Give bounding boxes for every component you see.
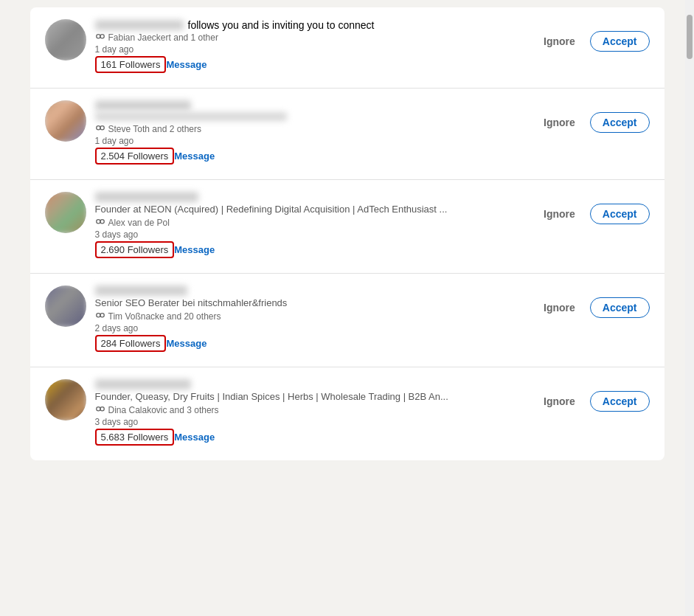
name-row xyxy=(95,192,524,202)
svg-point-9 xyxy=(100,407,104,411)
svg-point-0 xyxy=(96,35,100,38)
subtitle-text: Founder, Queasy, Dry Fruits | Indian Spi… xyxy=(95,391,464,402)
avatar xyxy=(45,100,86,142)
name-blurred xyxy=(95,20,184,30)
mutual-text: Tim Voßnacke and 20 others xyxy=(108,311,221,322)
mutual-row: Fabian Jaeckert and 1 other xyxy=(95,32,524,43)
message-link[interactable]: Message xyxy=(174,150,215,162)
ignore-button[interactable]: Ignore xyxy=(538,391,581,412)
scrollbar-area[interactable] xyxy=(685,0,694,468)
invitation-item: follows you and is inviting you to conne… xyxy=(30,7,664,89)
ignore-button[interactable]: Ignore xyxy=(538,112,581,133)
actions-container: IgnoreAccept xyxy=(538,19,649,52)
svg-point-5 xyxy=(100,220,104,224)
name-blurred xyxy=(95,100,191,111)
avatar xyxy=(45,285,86,327)
accept-button[interactable]: Accept xyxy=(590,391,650,412)
mutual-connections-icon xyxy=(95,32,105,43)
mutual-connections-icon xyxy=(95,311,105,322)
time-text: 3 days ago xyxy=(95,229,524,240)
mutual-text: Steve Toth and 2 others xyxy=(108,124,202,134)
info-container: Founder, Queasy, Dry Fruits | Indian Spi… xyxy=(95,379,524,449)
name-row: follows you and is inviting you to conne… xyxy=(95,19,524,31)
ignore-button[interactable]: Ignore xyxy=(538,31,581,52)
name-blurred xyxy=(95,285,187,296)
svg-point-1 xyxy=(100,35,104,38)
svg-point-7 xyxy=(100,314,104,317)
ignore-button[interactable]: Ignore xyxy=(538,204,581,224)
avatar xyxy=(45,379,86,421)
accept-button[interactable]: Accept xyxy=(590,204,650,224)
info-container: Senior SEO Berater bei nitschmahler&frie… xyxy=(95,285,524,355)
accept-button[interactable]: Accept xyxy=(590,31,650,52)
accept-button[interactable]: Accept xyxy=(590,112,650,133)
mutual-row: Alex van de Pol xyxy=(95,218,524,228)
mutual-text: Alex van de Pol xyxy=(108,218,170,228)
info-container: Founder at NEON (Acquired) | Redefining … xyxy=(95,192,524,261)
followers-badge: 2.504 Followers xyxy=(95,148,175,165)
mutual-text: Fabian Jaeckert and 1 other xyxy=(108,32,218,43)
avatar xyxy=(45,19,86,60)
name-row xyxy=(95,100,524,111)
info-container: follows you and is inviting you to conne… xyxy=(95,19,524,76)
svg-point-6 xyxy=(96,314,100,317)
mutual-row: Tim Voßnacke and 20 others xyxy=(95,311,524,322)
mutual-row: Dina Calakovic and 3 others xyxy=(95,405,524,415)
invitation-item: Founder, Queasy, Dry Fruits | Indian Spi… xyxy=(30,367,664,460)
message-link[interactable]: Message xyxy=(174,244,215,255)
message-link[interactable]: Message xyxy=(174,432,215,443)
name-blurred xyxy=(95,192,198,202)
subtitle-blurred xyxy=(95,112,287,121)
mutual-connections-icon xyxy=(95,124,105,134)
ignore-button[interactable]: Ignore xyxy=(538,297,581,318)
followers-badge: 161 Followers xyxy=(95,56,167,73)
actions-container: IgnoreAccept xyxy=(538,100,649,133)
time-text: 2 days ago xyxy=(95,323,524,333)
time-text: 3 days ago xyxy=(95,417,524,427)
actions-container: IgnoreAccept xyxy=(538,192,649,224)
avatar xyxy=(45,192,86,233)
name-blurred xyxy=(95,379,191,390)
svg-point-2 xyxy=(96,126,100,130)
invite-text: follows you and is inviting you to conne… xyxy=(188,19,375,31)
followers-badge: 2.690 Followers xyxy=(95,241,175,258)
mutual-connections-icon xyxy=(95,218,105,228)
svg-point-8 xyxy=(96,407,100,411)
svg-point-4 xyxy=(96,220,100,224)
followers-badge: 5.683 Followers xyxy=(95,429,175,446)
mutual-text: Dina Calakovic and 3 others xyxy=(108,405,219,415)
invitation-list: follows you and is inviting you to conne… xyxy=(30,7,664,460)
actions-container: IgnoreAccept xyxy=(538,379,649,412)
invitation-item: Senior SEO Berater bei nitschmahler&frie… xyxy=(30,274,664,367)
time-text: 1 day ago xyxy=(95,136,524,146)
message-link[interactable]: Message xyxy=(166,59,207,70)
followers-badge: 284 Followers xyxy=(95,335,167,352)
name-row xyxy=(95,285,524,296)
actions-container: IgnoreAccept xyxy=(538,285,649,318)
invitation-item: Founder at NEON (Acquired) | Redefining … xyxy=(30,180,664,274)
subtitle-text: Founder at NEON (Acquired) | Redefining … xyxy=(95,204,464,215)
mutual-row: Steve Toth and 2 others xyxy=(95,124,524,134)
invitation-item: Steve Toth and 2 others1 day ago2.504 Fo… xyxy=(30,89,664,180)
message-link[interactable]: Message xyxy=(166,338,207,349)
name-row xyxy=(95,379,524,390)
time-text: 1 day ago xyxy=(95,44,524,55)
info-container: Steve Toth and 2 others1 day ago2.504 Fo… xyxy=(95,100,524,167)
scrollbar-thumb xyxy=(687,15,693,59)
subtitle-text: Senior SEO Berater bei nitschmahler&frie… xyxy=(95,297,464,308)
svg-point-3 xyxy=(100,126,104,130)
mutual-connections-icon xyxy=(95,405,105,415)
page-container: follows you and is inviting you to conne… xyxy=(30,0,664,468)
accept-button[interactable]: Accept xyxy=(590,297,650,318)
